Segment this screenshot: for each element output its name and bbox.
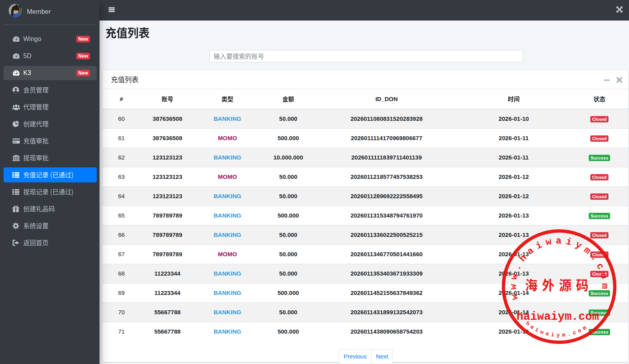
svg-text:haiwaiym.com: haiwaiym.com xyxy=(516,310,599,323)
